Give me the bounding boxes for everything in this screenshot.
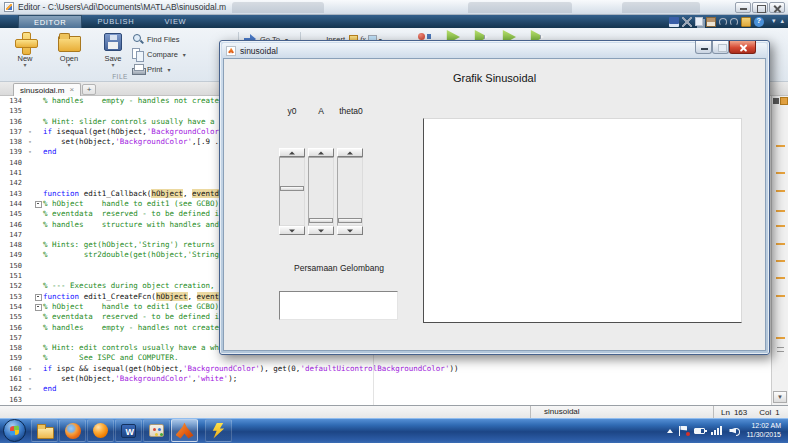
scroll-down-icon[interactable]: ▼ bbox=[773, 391, 787, 403]
paste-icon[interactable] bbox=[706, 17, 716, 27]
warning-tick-icon[interactable] bbox=[776, 295, 785, 297]
code-fold-icon[interactable] bbox=[34, 292, 43, 302]
taskbar-explorer-button[interactable] bbox=[31, 419, 58, 442]
tray-expand-icon[interactable] bbox=[667, 429, 673, 433]
executable-line-dash[interactable]: - bbox=[26, 384, 34, 394]
warning-tick-icon[interactable] bbox=[776, 225, 785, 227]
slider-track[interactable] bbox=[279, 157, 305, 226]
executable-line-dash[interactable] bbox=[26, 106, 34, 116]
executable-line-dash[interactable] bbox=[26, 353, 34, 363]
slider-down-button[interactable] bbox=[337, 226, 363, 235]
slider-thumb[interactable] bbox=[338, 218, 362, 223]
editor-indicator-strip[interactable]: ▼ bbox=[771, 96, 788, 405]
new-folder-icon[interactable] bbox=[741, 17, 751, 27]
slider-down-button[interactable] bbox=[308, 226, 334, 235]
taskbar-orange-app-button[interactable] bbox=[87, 419, 114, 442]
open-button[interactable]: Open ▾ bbox=[50, 31, 88, 68]
warning-tick-icon[interactable] bbox=[776, 277, 785, 279]
executable-line-dash[interactable]: - bbox=[26, 137, 34, 147]
slider-track[interactable] bbox=[308, 157, 334, 226]
network-icon[interactable] bbox=[711, 426, 723, 435]
warning-tick-icon[interactable] bbox=[776, 145, 785, 147]
warning-tick-icon[interactable] bbox=[776, 190, 785, 192]
executable-line-dash[interactable] bbox=[26, 323, 34, 333]
save-button[interactable]: Save ▾ bbox=[94, 31, 132, 68]
executable-line-dash[interactable] bbox=[26, 240, 34, 250]
executable-line-dash[interactable] bbox=[26, 271, 34, 281]
executable-line-dash[interactable] bbox=[26, 333, 34, 343]
slider-y0[interactable] bbox=[279, 148, 305, 235]
undo-icon[interactable] bbox=[719, 18, 727, 26]
battery-icon[interactable] bbox=[694, 428, 705, 434]
figure-minimize-button[interactable] bbox=[695, 41, 712, 54]
executable-line-dash[interactable] bbox=[26, 281, 34, 291]
slider-track[interactable] bbox=[337, 157, 363, 226]
equation-input[interactable] bbox=[279, 291, 398, 320]
new-button[interactable]: New ▾ bbox=[6, 31, 44, 68]
warning-tick-icon[interactable] bbox=[776, 172, 785, 174]
scrollbar-grip[interactable] bbox=[777, 347, 784, 352]
warning-summary-icon[interactable] bbox=[780, 97, 788, 105]
figure-titlebar[interactable]: sinusoidal bbox=[222, 43, 767, 58]
redo-icon[interactable] bbox=[730, 18, 738, 26]
executable-line-dash[interactable]: - bbox=[26, 147, 34, 157]
message-indicator-icon[interactable] bbox=[773, 98, 779, 104]
tab-publish[interactable]: PUBLISH bbox=[82, 15, 149, 28]
executable-line-dash[interactable] bbox=[26, 302, 34, 312]
volume-icon[interactable] bbox=[729, 426, 740, 435]
executable-line-dash[interactable] bbox=[26, 189, 34, 199]
executable-line-dash[interactable] bbox=[26, 395, 34, 405]
executable-line-dash[interactable] bbox=[26, 343, 34, 353]
slider-thumb[interactable] bbox=[280, 186, 304, 191]
warning-tick-icon[interactable] bbox=[776, 243, 785, 245]
slider-up-button[interactable] bbox=[337, 148, 363, 157]
warning-tick-icon[interactable] bbox=[776, 337, 785, 339]
executable-line-dash[interactable] bbox=[26, 117, 34, 127]
executable-line-dash[interactable] bbox=[26, 168, 34, 178]
slider-thumb[interactable] bbox=[309, 218, 333, 223]
executable-line-dash[interactable]: - bbox=[26, 127, 34, 137]
window-close-button[interactable] bbox=[769, 2, 785, 13]
warning-tick-icon[interactable] bbox=[776, 260, 785, 262]
executable-line-dash[interactable] bbox=[26, 220, 34, 230]
code-line[interactable]: 163 bbox=[0, 395, 788, 405]
taskbar-clock[interactable]: 12:02 AM 11/30/2015 bbox=[746, 422, 784, 439]
executable-line-dash[interactable] bbox=[26, 292, 34, 302]
new-tab-button[interactable]: + bbox=[82, 84, 96, 95]
slider-up-button[interactable] bbox=[308, 148, 334, 157]
help-icon[interactable] bbox=[754, 17, 764, 27]
figure-close-button[interactable] bbox=[729, 41, 756, 54]
slider-down-button[interactable] bbox=[279, 226, 305, 235]
figure-maximize-button[interactable] bbox=[712, 41, 729, 54]
cut-icon[interactable] bbox=[682, 17, 692, 27]
executable-line-dash[interactable]: - bbox=[26, 364, 34, 374]
save-icon[interactable] bbox=[669, 17, 679, 27]
start-button[interactable] bbox=[3, 419, 26, 442]
editor-tab-sinusoidal[interactable]: sinusoidal.m × bbox=[13, 83, 81, 96]
executable-line-dash[interactable] bbox=[26, 209, 34, 219]
code-line[interactable]: 161- set(hObject,'BackgroundColor','whit… bbox=[0, 374, 788, 384]
executable-line-dash[interactable] bbox=[26, 261, 34, 271]
toolstrip-options-icon[interactable]: ▾ bbox=[772, 17, 776, 25]
figure-window[interactable]: sinusoidal Grafik Sinusoidal y0 A theta0 bbox=[219, 40, 770, 355]
taskbar-matlab-button[interactable] bbox=[171, 419, 198, 442]
tab-close-icon[interactable]: × bbox=[69, 86, 74, 94]
slider-theta0[interactable] bbox=[337, 148, 363, 235]
tab-editor[interactable]: EDITOR bbox=[18, 15, 82, 28]
copy-icon[interactable] bbox=[695, 17, 703, 26]
code-fold-icon[interactable] bbox=[34, 199, 43, 209]
collapse-ribbon-icon[interactable]: ▴ bbox=[780, 17, 784, 25]
taskbar-lightning-button[interactable] bbox=[205, 419, 232, 442]
executable-line-dash[interactable]: - bbox=[26, 374, 34, 384]
executable-line-dash[interactable] bbox=[26, 199, 34, 209]
code-line[interactable]: 162-end bbox=[0, 384, 788, 394]
slider-up-button[interactable] bbox=[279, 148, 305, 157]
executable-line-dash[interactable] bbox=[26, 178, 34, 188]
executable-line-dash[interactable] bbox=[26, 158, 34, 168]
taskbar-word-button[interactable] bbox=[115, 419, 142, 442]
action-center-icon[interactable] bbox=[679, 426, 688, 436]
window-minimize-button[interactable] bbox=[735, 2, 751, 13]
code-line[interactable]: 160-if ispc && isequal(get(hObject,'Back… bbox=[0, 364, 788, 374]
taskbar-paint-button[interactable] bbox=[143, 419, 170, 442]
executable-line-dash[interactable] bbox=[26, 96, 34, 106]
